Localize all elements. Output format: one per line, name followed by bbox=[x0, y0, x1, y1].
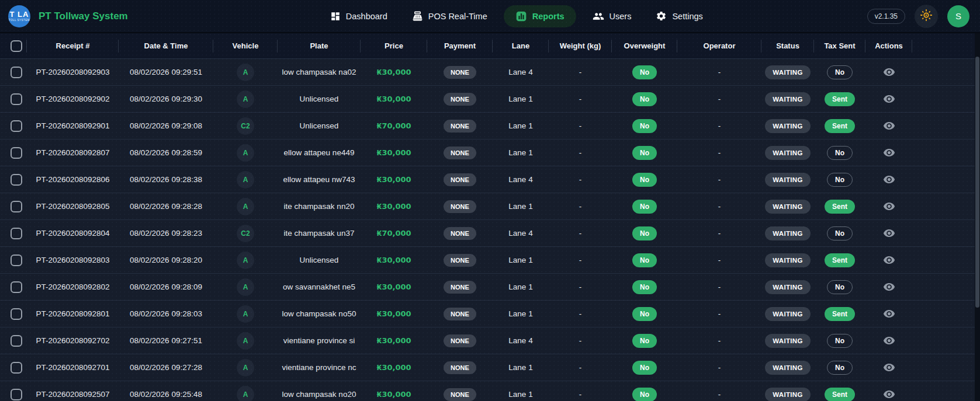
row-checkbox[interactable] bbox=[11, 67, 22, 78]
view-receipt-eye-icon[interactable] bbox=[883, 147, 895, 159]
tax-sent-badge: No bbox=[827, 334, 853, 348]
column-header-overweight: Overweight bbox=[612, 33, 677, 58]
row-checkbox[interactable] bbox=[11, 147, 22, 159]
weight-value: - bbox=[549, 220, 612, 246]
view-receipt-eye-icon[interactable] bbox=[883, 334, 895, 347]
nav-item-pos-real-time[interactable]: POS Real-Time bbox=[404, 5, 496, 27]
vehicle-class-badge: A bbox=[237, 359, 254, 376]
row-checkbox[interactable] bbox=[11, 254, 22, 266]
overweight-cell: No bbox=[612, 247, 677, 273]
table-row: PT-2026020809290308/02/2026 09:29:51Alow… bbox=[0, 58, 980, 85]
payment-badge: NONE bbox=[444, 147, 476, 159]
row-checkbox[interactable] bbox=[11, 362, 22, 374]
status-badge: WAITING bbox=[765, 200, 810, 214]
lane-text: Lane 4 bbox=[493, 327, 549, 354]
status-cell: WAITING bbox=[761, 166, 814, 193]
nav-item-users[interactable]: Users bbox=[584, 5, 640, 27]
overweight-cell: No bbox=[612, 86, 677, 112]
vehicle-class-badge: A bbox=[237, 305, 254, 323]
price-value: ₭30,000 bbox=[361, 140, 427, 166]
vehicle-cell: A bbox=[213, 193, 278, 219]
payment-cell: NONE bbox=[427, 274, 493, 300]
theme-toggle-button[interactable] bbox=[915, 5, 938, 28]
nav-item-settings[interactable]: Settings bbox=[647, 5, 711, 27]
row-checkbox[interactable] bbox=[11, 335, 22, 347]
payment-cell: NONE bbox=[427, 354, 493, 381]
operator-value: - bbox=[677, 247, 761, 273]
view-receipt-eye-icon[interactable] bbox=[883, 281, 895, 293]
column-header-price: Price bbox=[361, 33, 427, 58]
vehicle-class-badge: C2 bbox=[237, 117, 254, 135]
view-receipt-eye-icon[interactable] bbox=[883, 66, 895, 78]
view-receipt-eye-icon[interactable] bbox=[883, 227, 895, 239]
row-select-cell bbox=[0, 140, 27, 166]
overweight-badge: No bbox=[632, 226, 657, 240]
table-row: PT-2026020809280608/02/2026 09:28:38Aell… bbox=[0, 166, 980, 193]
view-receipt-eye-icon[interactable] bbox=[883, 93, 895, 105]
receipt-number: PT-20260208092804 bbox=[27, 220, 119, 246]
header-filler bbox=[912, 33, 980, 58]
table-row: PT-2026020809280708/02/2026 09:28:59Aell… bbox=[0, 139, 980, 166]
view-receipt-eye-icon[interactable] bbox=[883, 173, 895, 186]
reports-table: Receipt #Date & TimeVehiclePlatePricePay… bbox=[0, 33, 980, 401]
view-receipt-eye-icon[interactable] bbox=[883, 254, 895, 266]
nav-item-dashboard[interactable]: Dashboard bbox=[322, 6, 396, 27]
row-filler bbox=[912, 220, 980, 246]
scrollbar-thumb[interactable] bbox=[975, 57, 979, 308]
status-cell: WAITING bbox=[761, 140, 814, 166]
table-row: PT-2026020809280508/02/2026 09:28:28Aite… bbox=[0, 193, 980, 219]
view-receipt-eye-icon[interactable] bbox=[883, 308, 895, 320]
lane-text: Lane 1 bbox=[493, 354, 549, 381]
row-checkbox[interactable] bbox=[11, 389, 22, 400]
lane-text: Lane 1 bbox=[493, 86, 549, 112]
nav-item-reports[interactable]: Reports bbox=[504, 5, 576, 27]
overweight-cell: No bbox=[612, 301, 677, 327]
app-title: PT Tollway System bbox=[39, 11, 128, 22]
column-header-actions: Actions bbox=[865, 33, 912, 58]
overweight-cell: No bbox=[612, 274, 677, 300]
overweight-cell: No bbox=[612, 381, 677, 401]
actions-cell bbox=[865, 274, 912, 300]
overweight-badge: No bbox=[632, 92, 657, 106]
vehicle-cell: A bbox=[213, 86, 278, 112]
view-receipt-eye-icon[interactable] bbox=[883, 361, 895, 374]
lane-text: Lane 1 bbox=[493, 140, 549, 166]
row-checkbox[interactable] bbox=[11, 120, 22, 132]
overweight-badge: No bbox=[632, 334, 657, 348]
row-select-cell bbox=[0, 59, 27, 85]
table-header-row: Receipt #Date & TimeVehiclePlatePricePay… bbox=[0, 33, 980, 58]
row-checkbox[interactable] bbox=[11, 228, 22, 239]
status-badge: WAITING bbox=[765, 280, 810, 294]
date-time: 08/02/2026 09:27:28 bbox=[119, 354, 213, 381]
user-avatar[interactable]: S bbox=[947, 5, 969, 27]
row-checkbox[interactable] bbox=[11, 174, 22, 186]
weight-value: - bbox=[549, 59, 612, 85]
sun-icon bbox=[920, 9, 933, 24]
payment-cell: NONE bbox=[427, 86, 493, 112]
nav-item-label: POS Real-Time bbox=[428, 12, 487, 21]
view-receipt-eye-icon[interactable] bbox=[883, 120, 895, 132]
overweight-badge: No bbox=[632, 388, 657, 401]
view-receipt-eye-icon[interactable] bbox=[883, 388, 895, 400]
tax-sent-cell: No bbox=[814, 354, 865, 381]
table-row: PT-2026020809270208/02/2026 09:27:51Avie… bbox=[0, 327, 980, 354]
row-checkbox[interactable] bbox=[11, 201, 22, 212]
row-checkbox[interactable] bbox=[11, 308, 22, 320]
view-receipt-eye-icon[interactable] bbox=[883, 200, 895, 212]
vertical-scrollbar[interactable] bbox=[975, 33, 980, 401]
row-select-cell bbox=[0, 274, 27, 300]
operator-value: - bbox=[677, 381, 761, 401]
row-checkbox[interactable] bbox=[11, 281, 22, 293]
receipt-number: PT-20260208092806 bbox=[27, 166, 119, 193]
receipt-number: PT-20260208092701 bbox=[27, 354, 119, 381]
lane-text: Lane 4 bbox=[493, 59, 549, 85]
plate-text: Unlicensed bbox=[278, 86, 361, 112]
table-body: PT-2026020809290308/02/2026 09:29:51Alow… bbox=[0, 58, 980, 401]
row-checkbox[interactable] bbox=[11, 93, 22, 105]
logo-subtext: TOLL SYSTEM bbox=[9, 19, 30, 22]
tax-sent-badge: Sent bbox=[825, 200, 855, 214]
receipt-number: PT-20260208092507 bbox=[27, 381, 119, 401]
actions-cell bbox=[865, 381, 912, 401]
operator-value: - bbox=[677, 220, 761, 246]
select-all-checkbox[interactable] bbox=[11, 40, 22, 52]
